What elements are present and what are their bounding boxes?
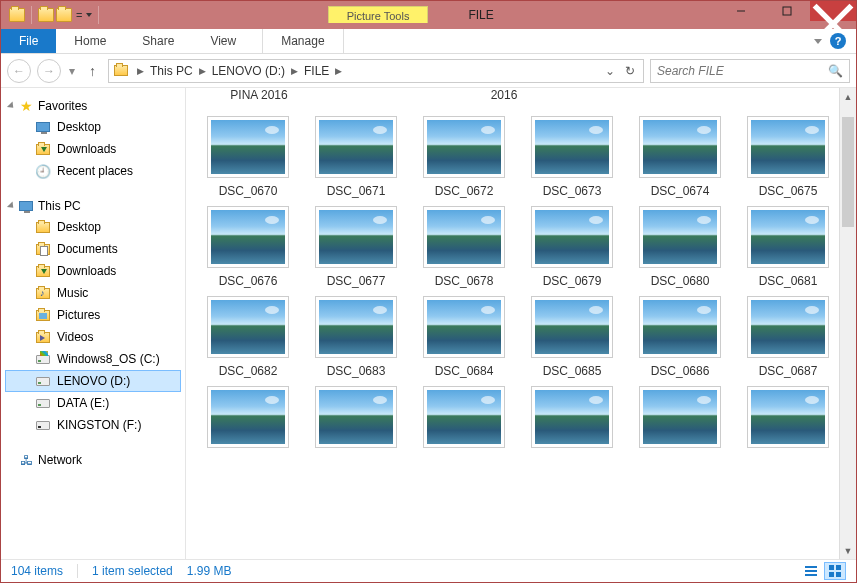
refresh-icon[interactable]: ↻ [619,60,641,82]
tab-home[interactable]: Home [56,29,124,53]
file-item[interactable]: DSC_0684 [420,296,508,378]
help-icon[interactable]: ? [830,33,846,49]
file-item[interactable]: DSC_0673 [528,116,616,198]
tab-share[interactable]: Share [124,29,192,53]
scroll-track[interactable] [840,105,856,542]
minimize-button[interactable] [718,1,764,21]
scroll-down-icon[interactable]: ▼ [840,542,856,559]
search-input[interactable] [651,64,822,78]
pictures-icon [36,310,50,321]
properties-icon[interactable]: = [74,9,84,21]
nav-item-recent[interactable]: 🕘Recent places [5,160,181,182]
thumbnail [207,206,289,268]
nav-item-drive-d[interactable]: LENOVO (D:) [5,370,181,392]
folder-icon[interactable] [9,8,25,22]
file-item[interactable]: DSC_0670 [204,116,292,198]
chevron-right-icon[interactable]: ▶ [133,66,148,76]
file-item[interactable] [312,386,400,448]
folder-open-icon[interactable] [38,8,54,22]
computer-icon [19,201,33,211]
nav-item-drive-f[interactable]: KINGSTON (F:) [5,414,181,436]
file-item[interactable] [528,386,616,448]
folder-label[interactable]: 2016 [459,88,549,102]
file-item[interactable]: DSC_0681 [744,206,832,288]
desktop-icon [36,122,50,132]
file-item[interactable] [204,386,292,448]
address-bar[interactable]: ▶ This PC ▶ LENOVO (D:) ▶ FILE ▶ ⌄ ↻ [108,59,644,83]
file-item[interactable]: DSC_0672 [420,116,508,198]
file-item[interactable]: DSC_0674 [636,116,724,198]
folder-new-icon[interactable] [56,8,72,22]
file-item[interactable]: DSC_0687 [744,296,832,378]
forward-button[interactable]: → [37,59,61,83]
image-thumbnail [319,300,393,354]
file-item[interactable]: DSC_0675 [744,116,832,198]
thumbnail [747,386,829,448]
network-icon: 🖧 [18,452,34,468]
nav-item-downloads[interactable]: Downloads [5,138,181,160]
thumbnail [423,296,505,358]
nav-favorites-header[interactable]: ★Favorites [5,96,181,116]
image-thumbnail [535,210,609,264]
nav-item-music[interactable]: Music [5,282,181,304]
details-view-button[interactable] [800,562,822,580]
thumbnails-view-button[interactable] [824,562,846,580]
vertical-scrollbar[interactable]: ▲ ▼ [839,88,856,559]
nav-item-desktop[interactable]: Desktop [5,216,181,238]
close-button[interactable] [810,1,856,21]
nav-thispc-header[interactable]: This PC [5,196,181,216]
file-item[interactable]: DSC_0683 [312,296,400,378]
back-button[interactable]: ← [7,59,31,83]
nav-network-header[interactable]: 🖧Network [5,450,181,470]
file-item[interactable]: DSC_0680 [636,206,724,288]
chevron-right-icon[interactable]: ▶ [287,66,302,76]
status-selected-size: 1.99 MB [187,564,232,578]
file-item[interactable]: DSC_0677 [312,206,400,288]
thumbnail [315,386,397,448]
nav-item-desktop[interactable]: Desktop [5,116,181,138]
file-item[interactable]: DSC_0676 [204,206,292,288]
file-item[interactable] [420,386,508,448]
thumbnail [423,116,505,178]
file-item[interactable]: DSC_0679 [528,206,616,288]
maximize-button[interactable] [764,1,810,21]
qat-dropdown-icon[interactable] [86,13,92,17]
address-dropdown-icon[interactable]: ⌄ [601,64,619,78]
image-thumbnail [535,390,609,444]
nav-item-drive-e[interactable]: DATA (E:) [5,392,181,414]
file-item[interactable]: DSC_0686 [636,296,724,378]
nav-item-pictures[interactable]: Pictures [5,304,181,326]
thumbnail [315,206,397,268]
tab-file[interactable]: File [1,29,56,53]
folder-icon [36,222,50,233]
scroll-thumb[interactable] [842,117,854,227]
nav-item-drive-c[interactable]: Windows8_OS (C:) [5,348,181,370]
breadcrumb-root[interactable]: This PC [148,64,195,78]
nav-item-documents[interactable]: Documents [5,238,181,260]
file-item[interactable]: DSC_0678 [420,206,508,288]
chevron-down-icon[interactable] [814,39,822,44]
history-dropdown-icon[interactable]: ▾ [67,64,77,78]
search-icon[interactable]: 🔍 [822,64,849,78]
chevron-right-icon[interactable]: ▶ [195,66,210,76]
scroll-up-icon[interactable]: ▲ [840,88,856,105]
tab-manage[interactable]: Manage [262,29,343,53]
nav-item-downloads[interactable]: Downloads [5,260,181,282]
downloads-icon [36,144,50,155]
file-item[interactable]: DSC_0671 [312,116,400,198]
nav-item-videos[interactable]: Videos [5,326,181,348]
chevron-right-icon[interactable]: ▶ [331,66,346,76]
up-button[interactable]: ↑ [83,63,102,79]
file-item[interactable] [744,386,832,448]
file-item[interactable]: DSC_0685 [528,296,616,378]
folder-label[interactable]: PINA 2016 [214,88,304,102]
file-item[interactable]: DSC_0682 [204,296,292,378]
tab-view[interactable]: View [192,29,254,53]
image-thumbnail [751,120,825,174]
breadcrumb-folder[interactable]: FILE [302,64,331,78]
breadcrumb-drive[interactable]: LENOVO (D:) [210,64,287,78]
image-thumbnail [535,300,609,354]
file-label: DSC_0671 [327,184,386,198]
file-item[interactable] [636,386,724,448]
search-box[interactable]: 🔍 [650,59,850,83]
